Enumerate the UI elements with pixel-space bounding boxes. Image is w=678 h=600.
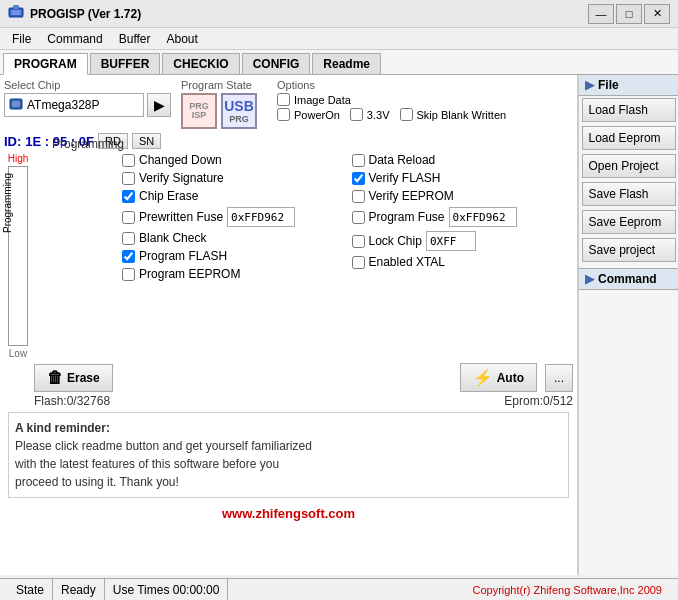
data-reload-row: Data Reload — [352, 153, 573, 167]
verify-eeprom-label: Verify EEPROM — [369, 189, 454, 203]
enabled-xtal-label: Enabled XTAL — [369, 255, 446, 269]
main-area: Select Chip ATmega328P ▶ Program State — [0, 75, 678, 575]
right-arrow-icon: ▶ — [585, 78, 594, 92]
verify-flash-checkbox[interactable] — [352, 172, 365, 185]
tab-buffer[interactable]: BUFFER — [90, 53, 161, 74]
auto-button[interactable]: ⚡ Auto — [460, 363, 537, 392]
flash-eprom-row: Flash:0/32768 Eprom:0/512 — [34, 394, 573, 408]
power-on-checkbox[interactable] — [277, 108, 290, 121]
use-times-section: Use Times 00:00:00 — [105, 579, 229, 600]
prog-high-label: High — [8, 153, 29, 164]
load-flash-button[interactable]: Load Flash — [582, 98, 676, 122]
chip-select-value: ATmega328P — [27, 98, 100, 112]
tab-program[interactable]: PROGRAM — [3, 53, 88, 75]
chip-erase-row: Chip Erase — [122, 189, 343, 203]
maximize-button[interactable]: □ — [616, 4, 642, 24]
open-project-button[interactable]: Open Project — [582, 154, 676, 178]
menu-buffer[interactable]: Buffer — [111, 28, 159, 50]
changed-down-label: Changed Down — [139, 153, 222, 167]
chip-select-arrow[interactable]: ▶ — [147, 93, 171, 117]
tabs-bar: PROGRAM BUFFER CHECKIO CONFIG Readme — [0, 50, 678, 75]
image-data-checkbox[interactable] — [277, 93, 290, 106]
close-button[interactable]: ✕ — [644, 4, 670, 24]
ready-label: Ready — [61, 583, 96, 597]
svg-rect-2 — [11, 10, 21, 15]
enabled-xtal-row: Enabled XTAL — [352, 255, 573, 269]
image-data-label: Image Data — [294, 94, 351, 106]
menu-about[interactable]: About — [159, 28, 206, 50]
usb-icon: USB PRG — [221, 93, 257, 129]
more-button[interactable]: ... — [545, 364, 573, 392]
prog-flash-label: Program FLASH — [139, 249, 227, 263]
erase-label: Erase — [67, 371, 100, 385]
prog-fuse-checkbox[interactable] — [352, 211, 365, 224]
save-flash-button[interactable]: Save Flash — [582, 182, 676, 206]
verify-eeprom-checkbox[interactable] — [352, 190, 365, 203]
verify-flash-label: Verify FLASH — [369, 171, 441, 185]
data-reload-checkbox[interactable] — [352, 154, 365, 167]
sn-button[interactable]: SN — [132, 133, 161, 149]
lock-chip-input[interactable]: 0XFF — [426, 231, 476, 251]
info-box: A kind reminder: Please click readme but… — [8, 412, 569, 498]
skip-blank-checkbox[interactable] — [400, 108, 413, 121]
window-title: PROGISP (Ver 1.72) — [30, 7, 588, 21]
auto-label: Auto — [497, 371, 524, 385]
verify-sig-row: Verify Signature — [122, 171, 343, 185]
prog-eeprom-label: Program EEPROM — [139, 267, 240, 281]
select-chip-section: Select Chip ATmega328P ▶ — [4, 79, 171, 117]
prewritten-fuse-input[interactable]: 0xFFD962 — [227, 207, 295, 227]
copyright-text: Copyright(r) Zhifeng Software,Inc 2009 — [472, 584, 662, 596]
app-icon — [8, 4, 24, 23]
verify-flash-row: Verify FLASH — [352, 171, 573, 185]
select-chip-label: Select Chip — [4, 79, 171, 91]
command-header-label: Command — [598, 272, 657, 286]
left-panel: Select Chip ATmega328P ▶ Program State — [0, 75, 578, 575]
save-eeprom-button[interactable]: Save Eeprom — [582, 210, 676, 234]
copyright-section: Copyright(r) Zhifeng Software,Inc 2009 — [228, 579, 670, 600]
lock-chip-label: Lock Chip — [369, 234, 422, 248]
save-project-button[interactable]: Save project — [582, 238, 676, 262]
website-text: www.zhifengsoft.com — [4, 502, 573, 525]
data-reload-label: Data Reload — [369, 153, 436, 167]
programming-label-inline: Programming — [52, 137, 124, 343]
minimize-button[interactable]: — — [588, 4, 614, 24]
chip-select-dropdown[interactable]: ATmega328P — [4, 93, 144, 117]
command-header: ▶ Command — [579, 268, 678, 290]
enabled-xtal-checkbox[interactable] — [352, 256, 365, 269]
menu-command[interactable]: Command — [39, 28, 110, 50]
tab-checkio[interactable]: CHECKIO — [162, 53, 239, 74]
state-section: State — [8, 579, 53, 600]
verify-sig-label: Verify Signature — [139, 171, 224, 185]
prewritten-fuse-label: Prewritten Fuse — [139, 210, 223, 224]
lock-chip-checkbox[interactable] — [352, 235, 365, 248]
prog-fuse-input[interactable]: 0xFFD962 — [449, 207, 517, 227]
options-title: Options — [277, 79, 506, 91]
blank-check-label: Blank Check — [139, 231, 206, 245]
erase-button[interactable]: 🗑 Erase — [34, 364, 113, 392]
prog-fuse-row: Program Fuse 0xFFD962 — [352, 207, 573, 227]
menu-bar: File Command Buffer About — [0, 28, 678, 50]
programming-area: High Low Programming Programming Changed… — [4, 153, 573, 359]
blank-check-row: Blank Check — [122, 231, 343, 245]
v33-label: 3.3V — [367, 109, 390, 121]
state-label: State — [16, 583, 44, 597]
prewritten-fuse-row: Prewritten Fuse 0xFFD962 — [122, 207, 343, 227]
chip-erase-label: Chip Erase — [139, 189, 198, 203]
prog-low-label: Low — [9, 348, 27, 359]
verify-eeprom-row: Verify EEPROM — [352, 189, 573, 203]
tab-readme[interactable]: Readme — [312, 53, 381, 74]
erase-icon: 🗑 — [47, 369, 63, 387]
tab-config[interactable]: CONFIG — [242, 53, 311, 74]
id-label: ID: — [4, 134, 21, 149]
load-eeprom-button[interactable]: Load Eeprom — [582, 126, 676, 150]
info-text: Please click readme button and get yours… — [15, 437, 562, 491]
prog-fuse-label: Program Fuse — [369, 210, 445, 224]
chip-icon — [9, 97, 23, 114]
power-on-label: PowerOn — [294, 109, 340, 121]
lock-chip-row: Lock Chip 0XFF — [352, 231, 573, 251]
file-header: ▶ File — [579, 75, 678, 96]
menu-file[interactable]: File — [4, 28, 39, 50]
auto-icon: ⚡ — [473, 368, 493, 387]
programming-label: Programming — [2, 173, 13, 233]
v33-checkbox[interactable] — [350, 108, 363, 121]
